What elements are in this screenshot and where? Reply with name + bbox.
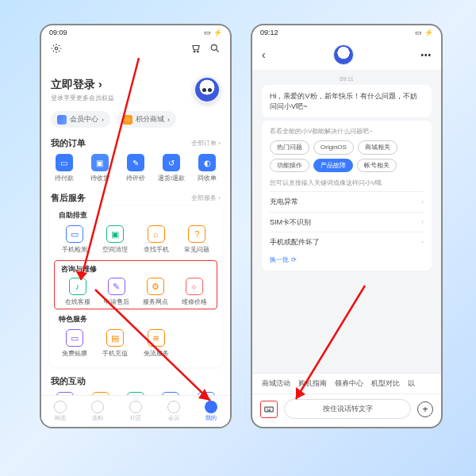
space-clean[interactable]: ▣空间清理 <box>97 225 135 254</box>
tabbar: 精选 选购 社区 会员 我的 <box>41 395 230 427</box>
apply-after[interactable]: ✎申请售后 <box>98 278 134 306</box>
svg-point-2 <box>197 51 198 52</box>
chat-header: ‹ ••• <box>252 40 441 70</box>
recharge[interactable]: ▤手机充值 <box>97 329 135 358</box>
service-header: 售后服务 全部服务 › <box>41 189 230 205</box>
chip-origin[interactable]: OriginOS <box>313 140 354 154</box>
repair-price[interactable]: ⟐维修价格 <box>176 278 212 306</box>
order-pay[interactable]: ▭待付款 <box>48 154 80 182</box>
consult-highlight: 咨询与维修 ♪在线客服 ✎申请售后 ⚙服务网点 ⟐维修价格 <box>54 260 217 309</box>
chip-hot[interactable]: 热门问题 <box>270 140 309 154</box>
chip-mall[interactable]: 商城相关 <box>358 140 397 154</box>
chip-account[interactable]: 帐号相关 <box>357 159 397 172</box>
svg-point-1 <box>194 51 195 52</box>
order-refund[interactable]: ↺退货/退款 <box>155 154 188 182</box>
free-data[interactable]: ≋免流服务 <box>137 329 175 358</box>
orders-more[interactable]: 全部订单 › <box>191 139 221 148</box>
chat-timestamp: 09:11 <box>252 76 441 82</box>
status-time-r: 09:12 <box>260 29 278 36</box>
order-recycle[interactable]: ◐回收单 <box>191 154 224 182</box>
more-icon[interactable]: ••• <box>420 51 432 60</box>
tab-shop[interactable]: 选购 <box>79 396 117 427</box>
service-point[interactable]: ⚙服务网点 <box>137 278 173 306</box>
cart-icon[interactable] <box>190 43 202 54</box>
category-chips: 热门问题 OriginOS 商城相关 功能操作 产品故障 帐号相关 <box>270 140 424 171</box>
orders-header: 我的订单 全部订单 › <box>41 134 230 151</box>
bchip-compare[interactable]: 机型对比 <box>371 378 400 389</box>
q-sim[interactable]: SIM卡不识别› <box>270 212 424 232</box>
service-card: 自助排查 ▭手机检测 ▣空间清理 ⌕查找手机 ?常见问题 咨询与维修 ♪在线客服… <box>49 205 222 367</box>
keyboard-icon[interactable] <box>260 401 278 418</box>
phone-check[interactable]: ▭手机检测 <box>56 225 94 254</box>
settings-icon[interactable] <box>51 43 62 54</box>
tab-mine[interactable]: 我的 <box>192 396 230 427</box>
points-mall-pill[interactable]: 积分商城 › <box>117 111 176 128</box>
avatar[interactable] <box>194 76 221 103</box>
interact-title: 我的互动 <box>51 375 86 387</box>
chip-fault[interactable]: 产品故障 <box>313 159 353 172</box>
order-review[interactable]: ✎待评价 <box>119 154 152 182</box>
member-center-pill[interactable]: 会员中心 › <box>51 111 110 128</box>
greeting-bubble: Hi，亲爱的V粉，新年快乐！有什么问题，不妨问问小V吧~ <box>262 85 432 117</box>
service-more[interactable]: 全部服务 › <box>191 194 221 202</box>
q-charge[interactable]: 充电异常› <box>270 191 424 212</box>
orders-grid: ▭待付款 ▣待收货 ✎待评价 ↺退货/退款 ◐回收单 <box>41 151 230 189</box>
points-icon <box>123 115 132 125</box>
tab-featured[interactable]: 精选 <box>41 396 79 427</box>
plus-icon[interactable]: + <box>417 401 433 417</box>
orders-title: 我的订单 <box>51 137 86 149</box>
interact-header: 我的互动 <box>41 372 230 389</box>
refresh-batch[interactable]: 换一批 ⟳ <box>270 255 297 264</box>
find-phone[interactable]: ⌕查找手机 <box>137 225 175 254</box>
login-title: 立即登录 › <box>51 78 114 92</box>
chat-avatar[interactable] <box>333 44 354 65</box>
service-title: 售后服务 <box>51 192 86 204</box>
member-icon <box>57 115 67 125</box>
consult-title: 咨询与维修 <box>56 263 215 276</box>
login-row[interactable]: 立即登录 › 登录享受更多会员权益 <box>41 75 230 108</box>
input-row: 按住说话转文字 + <box>252 393 441 425</box>
tab-member[interactable]: 会员 <box>155 396 193 427</box>
bchip-activity[interactable]: 商城活动 <box>262 378 290 389</box>
bchip-more[interactable]: 以 <box>408 378 415 389</box>
online-service[interactable]: ♪在线客服 <box>60 278 95 306</box>
bchip-coupon[interactable]: 领券中心 <box>335 378 363 389</box>
bottom-chip-scroll[interactable]: 商城活动 购机指南 领券中心 机型对比 以 <box>252 373 441 393</box>
status-icons: ▭ ⚡ <box>204 29 222 36</box>
panel-title: 看看全能的小V都能解决什么问题吧~ <box>270 127 424 136</box>
bchip-guide[interactable]: 购机指南 <box>298 378 327 389</box>
status-icons-r: ▭ ⚡ <box>415 29 433 36</box>
greeting-text: Hi，亲爱的V粉，新年快乐！有什么问题，不妨问问小V吧~ <box>270 92 417 110</box>
svg-point-3 <box>211 44 217 50</box>
special-title: 特色服务 <box>49 311 222 326</box>
header-row <box>41 40 230 57</box>
phone-right: 09:12 ▭ ⚡ ‹ ••• 09:11 Hi，亲爱的V粉，新年快乐！有什么问… <box>251 24 443 428</box>
login-sub: 登录享受更多会员权益 <box>51 94 114 102</box>
free-film[interactable]: ▭免费贴膜 <box>56 329 94 358</box>
faq[interactable]: ?常见问题 <box>178 225 217 254</box>
back-icon[interactable]: ‹ <box>262 48 266 61</box>
tab-community[interactable]: 社区 <box>117 396 155 427</box>
status-bar: 09:09 ▭ ⚡ <box>41 25 230 40</box>
order-ship[interactable]: ▣待收货 <box>83 154 116 182</box>
phone-left: 09:09 ▭ ⚡ 立即登录 › 登录享受更多会员权益 会员中心 › 积分商城 … <box>40 24 232 428</box>
selfcheck-title: 自助排查 <box>49 207 222 222</box>
voice-button[interactable]: 按住说话转文字 <box>284 399 411 419</box>
chip-func[interactable]: 功能操作 <box>270 159 309 172</box>
question-hint: 您可以直接输入关键词或像这样问小V哦 <box>270 178 424 187</box>
interact-row: ▭ ◌ ✿ ▣ ◆ <box>41 389 230 395</box>
pill-row: 会员中心 › 积分商城 › <box>41 108 230 134</box>
search-icon[interactable] <box>209 43 221 54</box>
scroll-area: 立即登录 › 登录享受更多会员权益 会员中心 › 积分商城 › 我的订单 全部订… <box>41 75 230 395</box>
chat-body: 09:11 Hi，亲爱的V粉，新年快乐！有什么问题，不妨问问小V吧~ 看看全能的… <box>252 70 441 373</box>
q-broken[interactable]: 手机或配件坏了› <box>270 232 424 252</box>
status-bar-r: 09:12 ▭ ⚡ <box>252 25 441 40</box>
svg-point-0 <box>55 47 58 50</box>
panel-bubble: 看看全能的小V都能解决什么问题吧~ 热门问题 OriginOS 商城相关 功能操… <box>262 121 432 271</box>
status-time: 09:09 <box>49 29 67 36</box>
